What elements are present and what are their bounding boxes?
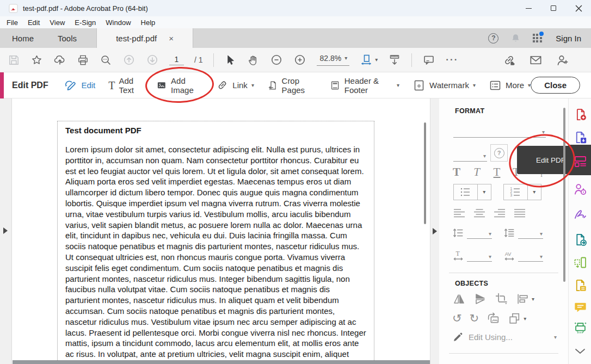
more-tools-button[interactable]: More ▾ xyxy=(489,79,531,92)
more-tools-ellipsis-icon[interactable]: ··· xyxy=(446,54,458,65)
sign-in-button[interactable]: Sign In xyxy=(556,34,581,43)
numbered-list-dropdown[interactable]: ▾ xyxy=(527,184,541,200)
font-size-dropdown[interactable]: ▾ xyxy=(453,150,487,162)
underline-button[interactable]: T xyxy=(492,166,501,178)
panel-scrollbar[interactable] xyxy=(563,108,565,282)
scrolling-mode-button[interactable] xyxy=(388,53,401,66)
paragraph-spacing-input[interactable]: ▾ xyxy=(518,228,543,239)
expand-left-pane-icon[interactable] xyxy=(3,227,8,234)
menu-window[interactable]: Window xyxy=(104,18,132,27)
edit-tool-button[interactable]: Edit xyxy=(64,78,95,92)
align-right-button[interactable] xyxy=(494,208,506,218)
apps-grid-icon[interactable] xyxy=(533,34,542,43)
edit-pdf-tool-selected[interactable] xyxy=(569,153,591,169)
zoom-out-icon xyxy=(270,53,283,66)
chevron-down-icon: ▾ xyxy=(473,83,476,88)
tab-document[interactable]: test-pdf.pdf × xyxy=(96,28,193,48)
align-center-button[interactable] xyxy=(473,208,485,218)
previous-page-button[interactable] xyxy=(122,53,136,66)
format-help-button[interactable]: ? xyxy=(490,144,508,162)
character-spacing-icon: AV xyxy=(503,250,515,262)
font-family-dropdown[interactable]: ▾ xyxy=(453,126,546,138)
flip-horizontal-button[interactable] xyxy=(452,292,466,306)
rotate-clockwise-button[interactable]: ↻ xyxy=(470,313,479,324)
expand-right-panel-icon[interactable] xyxy=(433,228,437,235)
character-spacing-input[interactable]: ▾ xyxy=(518,251,543,262)
bulleted-list-control[interactable]: ▾ xyxy=(453,184,491,200)
zoom-out-button[interactable] xyxy=(270,53,283,66)
print-button[interactable] xyxy=(77,54,89,66)
flip-vertical-button[interactable] xyxy=(473,292,487,306)
select-cursor-icon xyxy=(224,54,237,66)
line-spacing-input[interactable]: ▾ xyxy=(467,228,492,239)
fit-width-button[interactable]: ▾ xyxy=(360,53,378,66)
arrange-objects-dropdown[interactable]: ▾ xyxy=(508,312,526,325)
scan-ocr-tool[interactable] xyxy=(569,319,591,336)
accent-bar xyxy=(0,72,4,98)
comment-tool[interactable] xyxy=(569,299,591,315)
request-signatures-tool[interactable] xyxy=(569,181,591,197)
comment-button[interactable] xyxy=(422,53,435,66)
zoom-in-button[interactable] xyxy=(293,53,306,66)
align-justify-button[interactable] xyxy=(514,208,526,218)
notifications-bell-icon[interactable] xyxy=(510,33,521,44)
next-page-button[interactable] xyxy=(146,53,159,66)
zoom-level-dropdown[interactable]: 82.8% ▾ xyxy=(317,54,350,66)
document-scrollbar[interactable] xyxy=(424,122,426,224)
align-left-button[interactable] xyxy=(453,208,465,218)
page-number-input[interactable]: 1 xyxy=(169,55,184,65)
hand-tool-button[interactable] xyxy=(247,54,260,66)
help-icon[interactable]: ? xyxy=(488,33,498,44)
minimize-button[interactable] xyxy=(516,0,541,16)
menu-edit[interactable]: Edit xyxy=(27,18,41,27)
search-button[interactable] xyxy=(100,54,112,66)
more-rail-tools-button[interactable] xyxy=(569,343,591,360)
numbered-list-control[interactable]: 1 2 3 ▾ xyxy=(503,184,541,200)
tab-home[interactable]: Home xyxy=(0,28,46,48)
send-for-review-tool[interactable] xyxy=(569,231,591,248)
close-window-button[interactable] xyxy=(566,0,591,16)
rotate-counterclockwise-button[interactable]: ↺ xyxy=(452,313,462,324)
combine-files-icon xyxy=(573,278,588,293)
header-footer-button[interactable]: Header & Footer ▾ xyxy=(330,76,399,95)
horizontal-scale-input[interactable]: ▾ xyxy=(467,251,492,262)
menu-help[interactable]: Help xyxy=(140,18,157,27)
replace-image-button[interactable] xyxy=(487,312,500,325)
align-objects-dropdown[interactable]: ▾ xyxy=(516,292,534,306)
combine-files-tool[interactable] xyxy=(569,277,591,293)
italic-button[interactable]: T xyxy=(472,166,481,178)
favorite-star-button[interactable] xyxy=(30,54,43,66)
question-icon: ? xyxy=(494,148,504,158)
page-bottom-edge xyxy=(13,360,430,364)
document-text-block[interactable]: Test document PDF Lorem ipsum dolor sit … xyxy=(57,121,374,360)
printer-icon xyxy=(77,54,89,66)
close-edit-pdf-button[interactable]: Close xyxy=(531,77,580,94)
fill-and-sign-tool[interactable] xyxy=(569,205,591,221)
get-link-button[interactable] xyxy=(502,53,516,67)
edit-pdf-toolbar-title: Edit PDF xyxy=(12,81,51,90)
add-image-button[interactable]: Add Image xyxy=(156,76,203,95)
crop-object-button[interactable] xyxy=(495,292,508,306)
link-tool-button[interactable]: Link ▾ xyxy=(216,79,254,91)
add-text-button[interactable]: T Add Text xyxy=(108,76,143,95)
bulleted-list-dropdown[interactable]: ▾ xyxy=(477,184,491,200)
select-tool-button[interactable] xyxy=(224,54,237,66)
bold-button[interactable]: T xyxy=(452,166,461,178)
chevron-down-icon: ▾ xyxy=(397,83,399,88)
menu-view[interactable]: View xyxy=(48,18,66,27)
edit-using-dropdown[interactable]: Edit Using... ▾ xyxy=(452,331,557,343)
tab-tools[interactable]: Tools xyxy=(46,28,89,48)
crop-pages-button[interactable]: Crop Pages xyxy=(267,76,317,95)
create-pdf-tool[interactable] xyxy=(569,106,591,122)
share-upload-button[interactable] xyxy=(53,53,66,66)
save-button[interactable] xyxy=(8,54,20,66)
send-email-button[interactable] xyxy=(529,53,543,67)
export-pdf-tool[interactable] xyxy=(569,129,591,145)
watermark-button[interactable]: Watermark ▾ xyxy=(413,79,476,92)
organize-pages-tool[interactable] xyxy=(569,254,591,270)
menu-esign[interactable]: E-Sign xyxy=(73,18,97,27)
menu-file[interactable]: File xyxy=(5,18,19,27)
share-with-people-button[interactable] xyxy=(556,53,569,67)
tab-close-icon[interactable]: × xyxy=(169,34,174,42)
maximize-button[interactable] xyxy=(541,0,566,16)
